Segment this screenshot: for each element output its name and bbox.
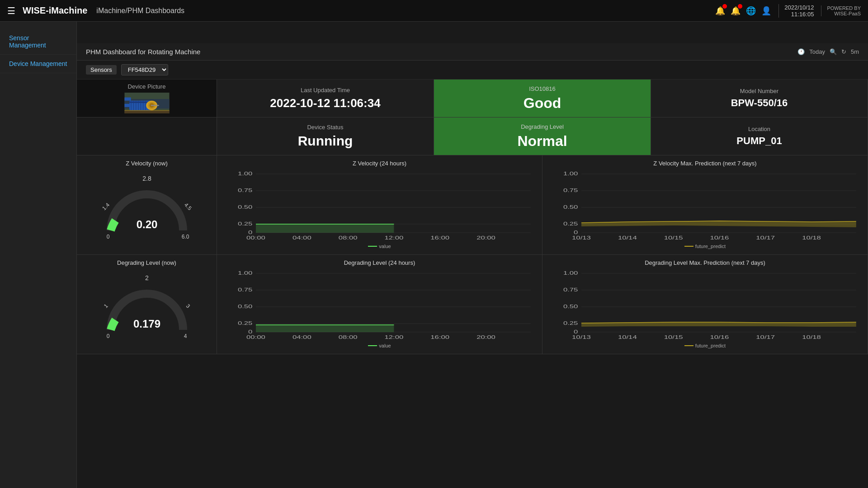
svg-rect-12 (136, 101, 136, 110)
svg-text:08:00: 08:00 (339, 334, 358, 340)
svg-text:10/15: 10/15 (664, 235, 683, 240)
gauge-degrading-cell: Degrading Level (now) 2 1 3 0 4 (77, 255, 217, 354)
svg-rect-8 (124, 104, 129, 107)
svg-text:20:00: 20:00 (476, 235, 495, 240)
svg-text:0.20: 0.20 (136, 218, 157, 230)
top-navigation: ☰ WISE-iMachine iMachine/PHM Dashboards … (0, 0, 868, 22)
device-status-value: Running (298, 133, 353, 149)
svg-text:2: 2 (145, 274, 149, 282)
svg-text:0.75: 0.75 (563, 287, 578, 292)
svg-text:12:00: 12:00 (385, 334, 404, 340)
last-updated-value: 2022-10-12 11:06:34 (270, 96, 380, 110)
svg-text:10/16: 10/16 (710, 334, 729, 340)
chart-degrading-24h-legend: value (368, 343, 391, 348)
svg-text:16:00: 16:00 (430, 235, 449, 240)
svg-text:10/15: 10/15 (664, 334, 683, 340)
interval-display[interactable]: 5m (851, 48, 859, 55)
device-image (84, 93, 210, 113)
svg-text:10/16: 10/16 (710, 235, 729, 240)
svg-marker-81 (256, 325, 394, 332)
svg-text:3: 3 (184, 303, 191, 310)
svg-text:16:00: 16:00 (430, 334, 449, 340)
search-icon[interactable]: 🔍 (830, 48, 837, 55)
svg-text:0.75: 0.75 (563, 188, 578, 193)
sensors-label: Sensors (86, 65, 117, 75)
chart-degrading-24h-svg: 1.00 0.75 0.50 0.25 0 00:00 04:00 08:00 … (222, 269, 538, 341)
chart-velocity-24h-cell: Z Velocity (24 hours) 1.00 0.75 0.50 0.2… (217, 155, 542, 254)
menu-icon[interactable]: ☰ (7, 5, 15, 16)
legend-line-gold-velocity (684, 246, 693, 247)
device-status-cell: Device Status Running (217, 117, 434, 155)
svg-rect-11 (133, 101, 133, 110)
page-title: PHM Dashboard for Rotating Machine (86, 48, 200, 56)
svg-text:0.50: 0.50 (563, 204, 578, 210)
chart-velocity-predict-cell: Z Velocity Max. Prediction (next 7 days)… (542, 155, 868, 254)
chart-degrading-predict-legend: future_predict (684, 343, 726, 348)
legend-line-green (368, 246, 377, 247)
logo: WISE-iMachine (23, 5, 87, 16)
sidebar: Sensor Management Device Management (0, 22, 77, 488)
location-cell: Location PUMP_01 (651, 117, 868, 155)
chart-degrading-24h-title: Degrading Level (24 hours) (344, 259, 415, 266)
svg-text:0.179: 0.179 (133, 318, 160, 330)
svg-text:10/17: 10/17 (756, 334, 775, 340)
main-content: PHM Dashboard for Rotating Machine 🕐 Tod… (77, 43, 868, 354)
svg-text:20:00: 20:00 (476, 334, 495, 340)
refresh-icon[interactable]: ↻ (841, 48, 846, 55)
chart-velocity-predict-legend: future_predict (684, 244, 726, 249)
model-cell: Model Number BPW-550/16 (651, 80, 868, 117)
svg-rect-7 (124, 98, 131, 101)
notification-badge-2 (738, 4, 742, 9)
svg-marker-41 (256, 224, 394, 233)
svg-text:1.00: 1.00 (563, 171, 578, 176)
sidebar-item-device-management[interactable]: Device Management (0, 55, 76, 73)
svg-rect-18 (124, 110, 169, 111)
legend-line-green-deg (368, 345, 377, 346)
last-updated-label: Last Updated Time (301, 87, 350, 94)
location-value: PUMP_01 (736, 135, 782, 147)
svg-text:10/13: 10/13 (572, 334, 591, 340)
svg-text:10/18: 10/18 (802, 334, 821, 340)
chart-degrading-predict-svg: 1.00 0.75 0.50 0.25 0 10/13 10/14 10/15 … (547, 269, 863, 341)
svg-text:0: 0 (574, 329, 578, 334)
chart-velocity-24h-svg: 1.00 0.75 0.50 0.25 0 00:00 04:00 08:00 … (222, 169, 538, 242)
info-row-2: Device Status Running Degrading Level No… (77, 117, 868, 155)
svg-text:1.4: 1.4 (102, 202, 111, 211)
svg-text:0.75: 0.75 (238, 287, 253, 292)
chart-velocity-predict-svg: 1.00 0.75 0.50 0.25 0 10/13 10/14 10/15 … (547, 169, 863, 242)
sensor-bar: Sensors FF548D29 (77, 61, 868, 80)
user-icon[interactable]: 👤 (761, 6, 771, 16)
device-picture-cell: Device Picture (77, 80, 217, 117)
svg-text:0.25: 0.25 (238, 221, 253, 226)
svg-text:0: 0 (248, 230, 252, 235)
svg-text:10/13: 10/13 (572, 235, 591, 240)
today-button[interactable]: Today (809, 48, 825, 55)
sidebar-item-sensor-management[interactable]: Sensor Management (0, 29, 76, 55)
svg-rect-10 (131, 101, 131, 110)
svg-text:10/14: 10/14 (618, 334, 637, 340)
iso-label: ISO10816 (529, 85, 556, 92)
chart-degrading-predict-cell: Degrading Level Max. Prediction (next 7 … (542, 255, 868, 354)
svg-text:00:00: 00:00 (246, 334, 265, 340)
gauge-velocity-svg: 2.8 1.4 4.5 0 6.0 0.20 (102, 172, 192, 244)
svg-rect-14 (140, 101, 141, 110)
svg-text:1.00: 1.00 (238, 171, 253, 176)
info-row: Device Picture (77, 80, 868, 117)
svg-text:0.50: 0.50 (238, 304, 253, 309)
globe-icon[interactable]: 🌐 (746, 6, 756, 16)
bell-icon-1[interactable]: 🔔 (715, 6, 725, 16)
chart-row-degrading: Degrading Level (now) 2 1 3 0 4 (77, 255, 868, 354)
chart-velocity-predict-title: Z Velocity Max. Prediction (next 7 days) (653, 160, 756, 167)
svg-text:00:00: 00:00 (246, 235, 265, 240)
location-label: Location (748, 126, 770, 132)
chart-velocity-24h-title: Z Velocity (24 hours) (353, 160, 406, 167)
bell-icon-2[interactable]: 🔔 (731, 6, 741, 16)
degrading-level-cell: Degrading Level Normal (434, 117, 651, 155)
svg-text:0.50: 0.50 (238, 204, 253, 210)
sensor-select[interactable]: FF548D29 (121, 64, 168, 75)
iso-value: Good (524, 95, 561, 112)
topnav-right: 🔔 🔔 🌐 👤 2022/10/12 11:16:05 POWERED BY W… (715, 4, 861, 18)
svg-text:0.75: 0.75 (238, 188, 253, 193)
degrading-level-label: Degrading Level (521, 123, 564, 130)
chart-degrading-predict-title: Degrading Level Max. Prediction (next 7 … (645, 259, 765, 266)
